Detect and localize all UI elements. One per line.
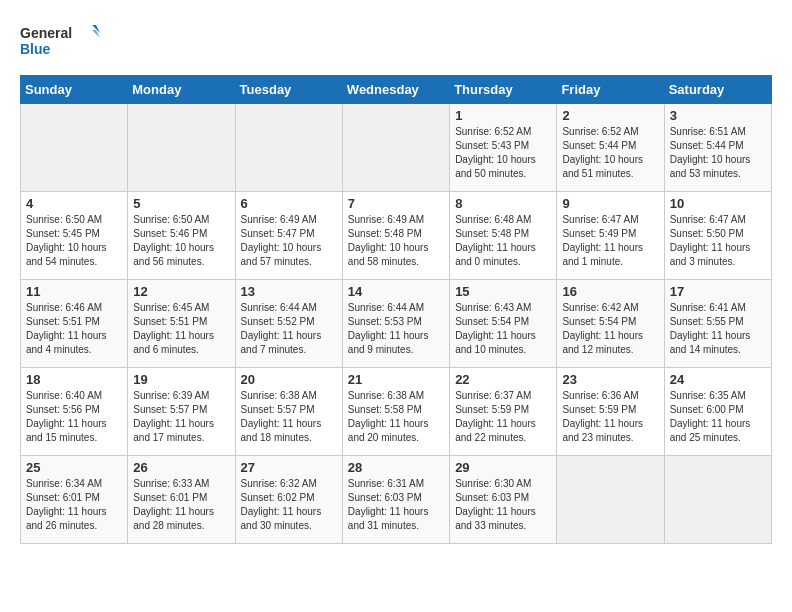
day-cell: 3Sunrise: 6:51 AM Sunset: 5:44 PM Daylig… — [664, 104, 771, 192]
day-cell — [21, 104, 128, 192]
day-cell: 22Sunrise: 6:37 AM Sunset: 5:59 PM Dayli… — [450, 368, 557, 456]
logo-svg: General Blue — [20, 20, 100, 65]
day-info: Sunrise: 6:30 AM Sunset: 6:03 PM Dayligh… — [455, 477, 551, 533]
day-info: Sunrise: 6:35 AM Sunset: 6:00 PM Dayligh… — [670, 389, 766, 445]
logo: General Blue — [20, 20, 100, 65]
week-row-2: 4Sunrise: 6:50 AM Sunset: 5:45 PM Daylig… — [21, 192, 772, 280]
day-info: Sunrise: 6:48 AM Sunset: 5:48 PM Dayligh… — [455, 213, 551, 269]
day-cell: 5Sunrise: 6:50 AM Sunset: 5:46 PM Daylig… — [128, 192, 235, 280]
col-header-tuesday: Tuesday — [235, 76, 342, 104]
day-cell: 25Sunrise: 6:34 AM Sunset: 6:01 PM Dayli… — [21, 456, 128, 544]
col-header-wednesday: Wednesday — [342, 76, 449, 104]
day-cell: 11Sunrise: 6:46 AM Sunset: 5:51 PM Dayli… — [21, 280, 128, 368]
day-number: 26 — [133, 460, 229, 475]
day-number: 9 — [562, 196, 658, 211]
day-cell: 10Sunrise: 6:47 AM Sunset: 5:50 PM Dayli… — [664, 192, 771, 280]
day-cell: 7Sunrise: 6:49 AM Sunset: 5:48 PM Daylig… — [342, 192, 449, 280]
week-row-4: 18Sunrise: 6:40 AM Sunset: 5:56 PM Dayli… — [21, 368, 772, 456]
calendar-table: SundayMondayTuesdayWednesdayThursdayFrid… — [20, 75, 772, 544]
day-info: Sunrise: 6:51 AM Sunset: 5:44 PM Dayligh… — [670, 125, 766, 181]
day-info: Sunrise: 6:33 AM Sunset: 6:01 PM Dayligh… — [133, 477, 229, 533]
day-cell: 13Sunrise: 6:44 AM Sunset: 5:52 PM Dayli… — [235, 280, 342, 368]
day-cell — [664, 456, 771, 544]
day-cell: 24Sunrise: 6:35 AM Sunset: 6:00 PM Dayli… — [664, 368, 771, 456]
day-info: Sunrise: 6:40 AM Sunset: 5:56 PM Dayligh… — [26, 389, 122, 445]
col-header-monday: Monday — [128, 76, 235, 104]
day-cell — [235, 104, 342, 192]
day-cell: 16Sunrise: 6:42 AM Sunset: 5:54 PM Dayli… — [557, 280, 664, 368]
svg-text:General: General — [20, 25, 72, 41]
week-row-5: 25Sunrise: 6:34 AM Sunset: 6:01 PM Dayli… — [21, 456, 772, 544]
day-cell: 28Sunrise: 6:31 AM Sunset: 6:03 PM Dayli… — [342, 456, 449, 544]
day-number: 29 — [455, 460, 551, 475]
day-cell — [128, 104, 235, 192]
day-number: 1 — [455, 108, 551, 123]
day-number: 3 — [670, 108, 766, 123]
day-info: Sunrise: 6:47 AM Sunset: 5:50 PM Dayligh… — [670, 213, 766, 269]
col-header-sunday: Sunday — [21, 76, 128, 104]
day-info: Sunrise: 6:37 AM Sunset: 5:59 PM Dayligh… — [455, 389, 551, 445]
day-info: Sunrise: 6:44 AM Sunset: 5:53 PM Dayligh… — [348, 301, 444, 357]
day-cell: 17Sunrise: 6:41 AM Sunset: 5:55 PM Dayli… — [664, 280, 771, 368]
day-info: Sunrise: 6:50 AM Sunset: 5:46 PM Dayligh… — [133, 213, 229, 269]
day-number: 28 — [348, 460, 444, 475]
day-cell: 19Sunrise: 6:39 AM Sunset: 5:57 PM Dayli… — [128, 368, 235, 456]
col-header-friday: Friday — [557, 76, 664, 104]
day-info: Sunrise: 6:31 AM Sunset: 6:03 PM Dayligh… — [348, 477, 444, 533]
day-info: Sunrise: 6:49 AM Sunset: 5:47 PM Dayligh… — [241, 213, 337, 269]
day-info: Sunrise: 6:46 AM Sunset: 5:51 PM Dayligh… — [26, 301, 122, 357]
day-number: 19 — [133, 372, 229, 387]
day-number: 10 — [670, 196, 766, 211]
day-number: 11 — [26, 284, 122, 299]
col-header-thursday: Thursday — [450, 76, 557, 104]
day-info: Sunrise: 6:42 AM Sunset: 5:54 PM Dayligh… — [562, 301, 658, 357]
day-number: 24 — [670, 372, 766, 387]
day-number: 4 — [26, 196, 122, 211]
day-cell: 15Sunrise: 6:43 AM Sunset: 5:54 PM Dayli… — [450, 280, 557, 368]
day-info: Sunrise: 6:32 AM Sunset: 6:02 PM Dayligh… — [241, 477, 337, 533]
day-cell: 26Sunrise: 6:33 AM Sunset: 6:01 PM Dayli… — [128, 456, 235, 544]
day-info: Sunrise: 6:45 AM Sunset: 5:51 PM Dayligh… — [133, 301, 229, 357]
day-info: Sunrise: 6:52 AM Sunset: 5:44 PM Dayligh… — [562, 125, 658, 181]
day-number: 18 — [26, 372, 122, 387]
day-number: 22 — [455, 372, 551, 387]
day-cell: 2Sunrise: 6:52 AM Sunset: 5:44 PM Daylig… — [557, 104, 664, 192]
week-row-3: 11Sunrise: 6:46 AM Sunset: 5:51 PM Dayli… — [21, 280, 772, 368]
day-cell: 8Sunrise: 6:48 AM Sunset: 5:48 PM Daylig… — [450, 192, 557, 280]
day-cell — [557, 456, 664, 544]
col-header-saturday: Saturday — [664, 76, 771, 104]
day-number: 27 — [241, 460, 337, 475]
day-number: 14 — [348, 284, 444, 299]
day-info: Sunrise: 6:43 AM Sunset: 5:54 PM Dayligh… — [455, 301, 551, 357]
day-info: Sunrise: 6:38 AM Sunset: 5:57 PM Dayligh… — [241, 389, 337, 445]
day-number: 17 — [670, 284, 766, 299]
header-row: SundayMondayTuesdayWednesdayThursdayFrid… — [21, 76, 772, 104]
day-info: Sunrise: 6:41 AM Sunset: 5:55 PM Dayligh… — [670, 301, 766, 357]
week-row-1: 1Sunrise: 6:52 AM Sunset: 5:43 PM Daylig… — [21, 104, 772, 192]
day-info: Sunrise: 6:39 AM Sunset: 5:57 PM Dayligh… — [133, 389, 229, 445]
day-cell: 6Sunrise: 6:49 AM Sunset: 5:47 PM Daylig… — [235, 192, 342, 280]
day-number: 2 — [562, 108, 658, 123]
day-info: Sunrise: 6:34 AM Sunset: 6:01 PM Dayligh… — [26, 477, 122, 533]
day-cell: 14Sunrise: 6:44 AM Sunset: 5:53 PM Dayli… — [342, 280, 449, 368]
day-number: 8 — [455, 196, 551, 211]
day-number: 21 — [348, 372, 444, 387]
day-number: 15 — [455, 284, 551, 299]
day-number: 6 — [241, 196, 337, 211]
day-info: Sunrise: 6:50 AM Sunset: 5:45 PM Dayligh… — [26, 213, 122, 269]
day-cell — [342, 104, 449, 192]
day-cell: 9Sunrise: 6:47 AM Sunset: 5:49 PM Daylig… — [557, 192, 664, 280]
day-cell: 4Sunrise: 6:50 AM Sunset: 5:45 PM Daylig… — [21, 192, 128, 280]
day-number: 7 — [348, 196, 444, 211]
day-cell: 18Sunrise: 6:40 AM Sunset: 5:56 PM Dayli… — [21, 368, 128, 456]
day-cell: 1Sunrise: 6:52 AM Sunset: 5:43 PM Daylig… — [450, 104, 557, 192]
svg-text:Blue: Blue — [20, 41, 51, 57]
day-number: 13 — [241, 284, 337, 299]
day-cell: 23Sunrise: 6:36 AM Sunset: 5:59 PM Dayli… — [557, 368, 664, 456]
day-number: 25 — [26, 460, 122, 475]
day-info: Sunrise: 6:36 AM Sunset: 5:59 PM Dayligh… — [562, 389, 658, 445]
day-info: Sunrise: 6:44 AM Sunset: 5:52 PM Dayligh… — [241, 301, 337, 357]
day-number: 12 — [133, 284, 229, 299]
day-cell: 12Sunrise: 6:45 AM Sunset: 5:51 PM Dayli… — [128, 280, 235, 368]
day-cell: 20Sunrise: 6:38 AM Sunset: 5:57 PM Dayli… — [235, 368, 342, 456]
